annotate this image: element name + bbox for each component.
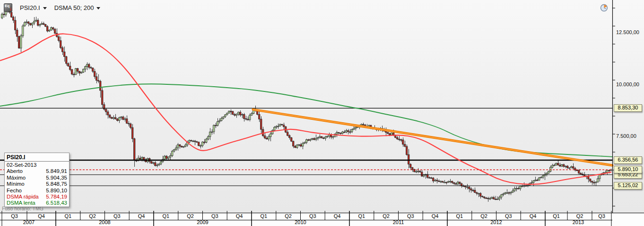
info-row: DSMA rápida5.784,19 [5, 194, 69, 200]
chart-toolbar: Eq i PSI20.I DSMA 50; 200 [4, 3, 100, 12]
quarter-cell-label: Q4 [227, 213, 252, 219]
axes [0, 0, 644, 220]
equity-icon-sub: i [10, 7, 11, 12]
quarter-cell-label: Q3 [301, 213, 325, 219]
quarter-cell-label: Q2 [567, 213, 592, 219]
quarter-cell-label: Q3 [203, 213, 227, 219]
candlestick-chart[interactable] [0, 0, 644, 226]
year-label: 2013 [545, 219, 611, 225]
chart-window: Eq i PSI20.I DSMA 50; 200 PSI20.I 02-Set… [0, 0, 644, 226]
info-row: DSMA lenta6.518,43 [5, 200, 69, 206]
quarter-cell-label: Q1 [349, 213, 374, 219]
quarter-cell-label: Q3 [496, 213, 521, 219]
axis-price-label: 10.000,00 [616, 81, 639, 87]
info-rows: Aberto5.849,91Máximo5.904,35Mínimo5.848,… [5, 168, 69, 206]
info-row-label: Aberto [7, 168, 23, 174]
quarter-cell-label: Q4 [129, 213, 154, 219]
year-label: 2010 [252, 219, 349, 225]
year-label: 2012 [447, 219, 545, 225]
timezone-clock-icon[interactable] [600, 4, 608, 12]
year-label: 2011 [349, 219, 447, 225]
price-flag: 5.890,10 [614, 166, 642, 173]
quarter-cell-label: Q2 [276, 213, 301, 219]
quarter-cell-label: Q1 [447, 213, 472, 219]
quarter-cell-label: Q3 [399, 213, 423, 219]
quarter-cell-label: Q4 [521, 213, 545, 219]
info-row-value: 6.518,43 [46, 200, 67, 206]
chevron-down-icon [96, 7, 100, 9]
quarter-cell-label: Q4 [423, 213, 447, 219]
year-label: 2009 [154, 219, 252, 225]
quarter-cell-label: Q1 [545, 213, 567, 219]
info-symbol: PSI20.I [5, 153, 69, 162]
info-row: Mínimo5.848,75 [5, 181, 69, 187]
info-row-value: 5.890,10 [46, 188, 67, 194]
dsma-200-line [0, 84, 612, 157]
info-row-label: DSMA rápida [7, 194, 39, 200]
price-flag: 8.853,30 [614, 104, 642, 112]
info-row-label: Fecho [7, 188, 22, 194]
quote-info-panel: PSI20.I 02-Set-2013 Aberto5.849,91Máximo… [4, 153, 70, 207]
price-flag: 6.356,56 [614, 156, 642, 164]
info-row-value: 5.784,19 [46, 194, 67, 200]
info-row-value: 5.849,91 [46, 168, 67, 174]
axis-price-label: 12.500,00 [616, 29, 639, 35]
info-row-value: 5.848,75 [46, 181, 67, 187]
candles-layer [1, 9, 612, 202]
quarter-cell-label: Q1 [56, 213, 80, 219]
year-label: 2007 [2, 219, 56, 225]
trendline-core [253, 109, 612, 165]
quarter-cell-label: Q3 [592, 213, 611, 219]
info-row: Máximo5.904,35 [5, 175, 69, 181]
quarter-cell-label: Q3 [105, 213, 130, 219]
info-row: Aberto5.849,91 [5, 168, 69, 174]
info-row: Fecho5.890,10 [5, 188, 69, 194]
chevron-down-icon [43, 7, 47, 9]
quarter-cell-label: Q2 [374, 213, 399, 219]
indicator-selector[interactable]: DSMA 50; 200 [54, 4, 101, 11]
equity-icon: Eq i [4, 3, 12, 12]
quarter-cell-label: Q2 [80, 213, 105, 219]
quarter-cell-label: Q4 [325, 213, 349, 219]
axis-price-label: 7.500,00 [616, 133, 636, 139]
info-row-value: 5.904,35 [46, 175, 67, 181]
info-row-label: DSMA lenta [7, 200, 35, 206]
quarter-cell-label: Q4 [27, 213, 56, 219]
info-row-label: Mínimo [7, 181, 25, 187]
quarter-cell-label: Q2 [472, 213, 496, 219]
price-flag: 5.125,02 [614, 182, 642, 190]
quarter-cell-label: Q3 [2, 213, 27, 219]
quarter-cell-label: Q1 [252, 213, 276, 219]
price-level-lines [0, 108, 612, 186]
equity-icon-text: Eq [5, 4, 9, 8]
indicator-label: DSMA 50; 200 [54, 4, 94, 11]
quarter-cell-label: Q1 [154, 213, 178, 219]
info-date: 02-Set-2013 [5, 162, 69, 168]
year-label: 2008 [56, 219, 154, 225]
dsma-50-line [0, 34, 611, 184]
info-row-label: Máximo [7, 175, 26, 181]
symbol-selector[interactable]: PSI20.I [20, 4, 47, 11]
symbol-label: PSI20.I [20, 4, 40, 11]
quarter-cell-label: Q2 [178, 213, 203, 219]
